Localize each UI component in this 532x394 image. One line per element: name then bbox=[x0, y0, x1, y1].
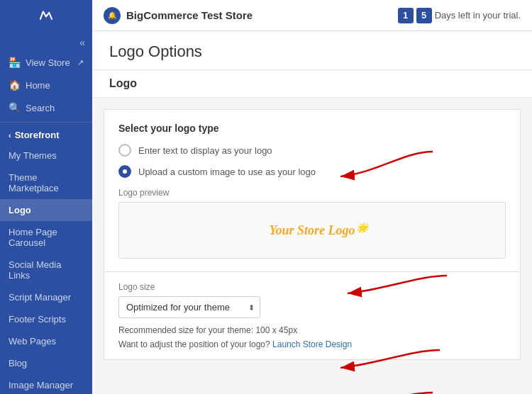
sidebar-item-blog[interactable]: Blog bbox=[0, 352, 92, 374]
trial-text: Days left in your trial. bbox=[435, 10, 521, 21]
adjust-text: Want to adjust the position of your logo… bbox=[118, 339, 506, 349]
page-title: Logo Options bbox=[92, 31, 532, 70]
sidebar-item-footer-scripts[interactable]: Footer Scripts bbox=[0, 308, 92, 330]
store-icon: 🏪 bbox=[9, 57, 21, 68]
logo-preview-text: Your Store Logo bbox=[269, 223, 355, 238]
home-icon: 🏠 bbox=[9, 79, 21, 91]
topbar-logo bbox=[0, 0, 92, 31]
radio-group: Enter text to display as your logo Uploa… bbox=[118, 144, 506, 178]
trial-day1: 1 bbox=[398, 8, 414, 23]
external-icon: ↗ bbox=[77, 58, 84, 67]
sidebar-item-image-manager[interactable]: Image Manager bbox=[0, 374, 92, 394]
sidebar-item-home-page-carousel[interactable]: Home Page Carousel bbox=[0, 221, 92, 254]
radio-image-label: Upload a custom image to use as your log… bbox=[138, 167, 316, 177]
sidebar-item-script-manager[interactable]: Script Manager bbox=[0, 286, 92, 308]
trial-day2: 5 bbox=[416, 8, 432, 23]
logo-preview-box: Your Store Logo bbox=[118, 202, 506, 259]
sidebar: « 🏪 View Store ↗ 🏠 Home 🔍 Search ‹ Store… bbox=[0, 31, 92, 394]
radio-image-circle[interactable] bbox=[118, 165, 131, 178]
logo-type-title: Select your logo type bbox=[118, 123, 506, 134]
sidebar-item-search[interactable]: 🔍 Search bbox=[0, 96, 92, 119]
sidebar-item-theme-marketplace[interactable]: Theme Marketplace bbox=[0, 167, 92, 199]
section-arrow-icon: ‹ bbox=[9, 131, 11, 140]
red-arrow-4 bbox=[312, 385, 440, 394]
radio-text-circle[interactable] bbox=[118, 144, 131, 157]
annotation-area: Select your logo type Enter text to disp… bbox=[92, 109, 532, 360]
store-name: 🔔 BigCommerce Test Store bbox=[104, 7, 253, 24]
size-section: Logo size Optimized for your theme ⬍ Rec… bbox=[104, 272, 521, 360]
sidebar-section-storefront[interactable]: ‹ Storefront bbox=[0, 125, 92, 145]
topbar: 🔔 BigCommerce Test Store 1 5 Days left i… bbox=[0, 0, 532, 31]
radio-option-text[interactable]: Enter text to display as your logo bbox=[118, 144, 506, 157]
sidebar-item-view-store[interactable]: 🏪 View Store ↗ bbox=[0, 51, 92, 74]
store-avatar: 🔔 bbox=[104, 7, 121, 24]
collapse-icon[interactable]: « bbox=[79, 37, 85, 48]
search-icon: 🔍 bbox=[9, 102, 21, 113]
size-select[interactable]: Optimized for your theme bbox=[118, 296, 260, 318]
logo-type-card: Select your logo type Enter text to disp… bbox=[104, 109, 521, 272]
sidebar-item-web-pages[interactable]: Web Pages bbox=[0, 330, 92, 352]
radio-option-image[interactable]: Upload a custom image to use as your log… bbox=[118, 165, 506, 178]
sidebar-item-social-media-links[interactable]: Social Media Links bbox=[0, 254, 92, 286]
sidebar-item-my-themes[interactable]: My Themes bbox=[0, 145, 92, 167]
size-select-wrap: Optimized for your theme ⬍ bbox=[118, 296, 260, 318]
section-title: Logo bbox=[92, 70, 532, 98]
size-label: Logo size bbox=[118, 282, 506, 292]
trial-badge: 1 5 Days left in your trial. bbox=[398, 8, 521, 23]
sidebar-item-logo[interactable]: Logo bbox=[0, 199, 92, 221]
main-content: Logo Options Logo bbox=[92, 31, 532, 394]
preview-label: Logo preview bbox=[118, 188, 506, 198]
topbar-content: 🔔 BigCommerce Test Store 1 5 Days left i… bbox=[92, 7, 532, 24]
launch-store-design-link[interactable]: Launch Store Design bbox=[272, 339, 352, 349]
sidebar-item-home[interactable]: 🏠 Home bbox=[0, 74, 92, 96]
rec-size-text: Recommended size for your theme: 100 x 4… bbox=[118, 325, 506, 335]
sidebar-collapse[interactable]: « bbox=[0, 31, 92, 51]
radio-text-label: Enter text to display as your logo bbox=[138, 145, 272, 156]
